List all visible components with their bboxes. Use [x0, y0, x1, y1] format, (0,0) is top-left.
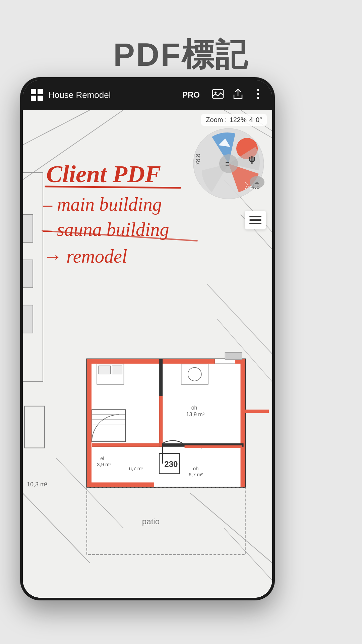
toolbar-icons	[212, 88, 264, 102]
svg-text:patio: patio	[142, 517, 160, 526]
toolbar: House Remodel PRO	[23, 80, 272, 110]
zoom-value: 122%	[230, 116, 247, 124]
zoom-label: Zoom :	[206, 116, 227, 124]
floorplan: 230 oh 13,9 m² el 3,9 m² 6,7 m² oh 6,7 m…	[33, 339, 269, 581]
svg-text:ψ: ψ	[249, 154, 255, 164]
svg-text:→ remodel: → remodel	[43, 246, 127, 267]
svg-rect-13	[23, 305, 33, 333]
more-icon[interactable]	[252, 88, 264, 102]
pro-badge: PRO	[182, 90, 200, 100]
svg-point-4	[257, 97, 259, 99]
phone-screen: House Remodel PRO	[23, 80, 272, 598]
svg-rect-66	[112, 366, 122, 374]
svg-point-3	[257, 93, 259, 95]
svg-text:Client PDF: Client PDF	[46, 161, 161, 187]
phone-frame: House Remodel PRO	[20, 77, 275, 600]
radial-menu[interactable]: ψ → 8.7 ≡ 78.8	[192, 127, 265, 201]
svg-rect-11	[23, 215, 33, 243]
share-icon[interactable]	[232, 88, 244, 102]
svg-text:– main building: – main building	[43, 194, 162, 215]
svg-rect-50	[87, 482, 154, 487]
svg-text:13,9 m²: 13,9 m²	[186, 411, 205, 417]
svg-rect-53	[159, 396, 163, 447]
content-area: 10,3 m² Zoom : 122% 4 0°	[23, 110, 272, 598]
menu-button[interactable]	[245, 211, 266, 229]
svg-point-1	[215, 92, 217, 94]
svg-text:6,7 m²: 6,7 m²	[189, 472, 203, 477]
svg-rect-65	[99, 366, 110, 374]
app-logo	[31, 89, 43, 101]
image-icon[interactable]	[212, 88, 224, 102]
svg-rect-54	[92, 443, 159, 447]
zoom-step: 4	[249, 116, 253, 124]
svg-text:3,9 m²: 3,9 m²	[97, 462, 111, 467]
svg-rect-12	[23, 260, 33, 288]
svg-rect-49	[87, 359, 92, 487]
page-title: PDF標記	[0, 34, 362, 77]
svg-rect-84	[225, 352, 242, 360]
document-title: House Remodel	[48, 90, 177, 100]
zoom-indicator: Zoom : 122% 4 0°	[201, 114, 267, 126]
svg-point-2	[257, 89, 259, 91]
svg-text:78.8: 78.8	[195, 154, 201, 165]
svg-text:oh: oh	[193, 466, 199, 471]
svg-text:6,7 m²: 6,7 m²	[129, 466, 143, 471]
svg-rect-48	[241, 359, 245, 487]
rotation-value: 0°	[256, 116, 262, 124]
svg-text:230: 230	[164, 460, 178, 469]
svg-text:el: el	[100, 455, 104, 461]
svg-text:– sauna building: – sauna building	[43, 219, 169, 240]
svg-rect-55	[245, 410, 269, 413]
svg-rect-79	[87, 487, 245, 554]
svg-text:☁: ☁	[254, 179, 259, 185]
svg-text:oh: oh	[191, 405, 197, 411]
svg-text:≡: ≡	[225, 160, 230, 168]
